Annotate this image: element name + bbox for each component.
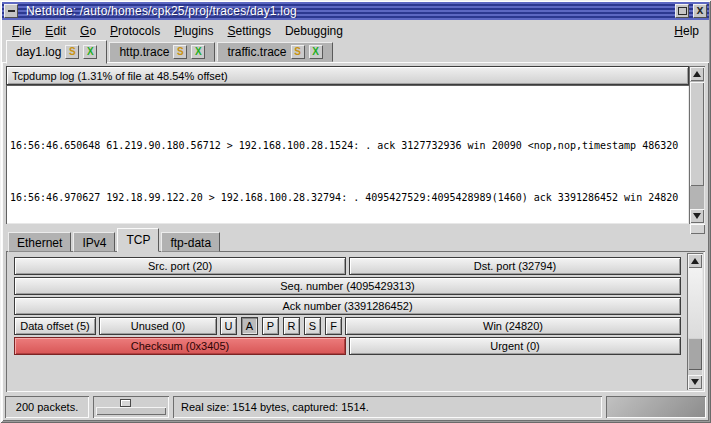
packet-list-scrollbar[interactable] bbox=[689, 66, 705, 224]
trace-tab[interactable]: day1.log S X bbox=[6, 40, 107, 64]
tcp-field-row: Ack number (3391286452) bbox=[14, 297, 681, 315]
tab-close-button[interactable]: X bbox=[309, 45, 323, 59]
field-ack-number[interactable]: Ack number (3391286452) bbox=[14, 297, 681, 315]
column-header-tcpdump-log[interactable]: Tcpdump log (1.31% of file at 48.54% off… bbox=[6, 66, 689, 85]
protocol-tab[interactable]: Ethernet bbox=[8, 232, 71, 252]
menu-item[interactable]: File bbox=[12, 24, 31, 38]
status-size-info: Real size: 1514 bytes, captured: 1514. bbox=[173, 396, 602, 418]
menu-bar: File Edit Go Protocols Plugins Settings … bbox=[2, 21, 709, 40]
maximize-icon bbox=[678, 7, 687, 15]
menu-item[interactable]: Protocols bbox=[110, 24, 160, 38]
scroll-down-button[interactable] bbox=[690, 209, 704, 223]
field-unused[interactable]: Unused (0) bbox=[99, 317, 217, 335]
window-menu-icon bbox=[8, 10, 15, 12]
trace-tab-label: day1.log bbox=[16, 45, 61, 59]
slider-trough[interactable] bbox=[96, 407, 166, 415]
status-packet-count: 200 packets. bbox=[5, 396, 89, 418]
zoom-slider[interactable] bbox=[93, 396, 169, 418]
tcp-fields: Src. port (20) Dst. port (32794) Seq. nu… bbox=[8, 253, 687, 390]
field-window[interactable]: Win (24820) bbox=[345, 317, 681, 335]
menu-item[interactable]: Go bbox=[80, 24, 96, 38]
tab-save-button[interactable]: S bbox=[65, 45, 79, 59]
decode-panel: Src. port (20) Dst. port (32794) Seq. nu… bbox=[6, 251, 705, 392]
decode-scrollbar[interactable] bbox=[687, 253, 703, 390]
pane-resize-grip[interactable] bbox=[690, 224, 705, 234]
status-bar: 200 packets. Real size: 1514 bytes, capt… bbox=[3, 394, 708, 420]
tab-save-button[interactable]: S bbox=[173, 45, 187, 59]
trace-tab-label: http.trace bbox=[119, 45, 169, 59]
field-data-offset[interactable]: Data offset (5) bbox=[14, 317, 96, 335]
field-checksum[interactable]: Checksum (0x3405) bbox=[14, 337, 346, 355]
flag-button[interactable]: P bbox=[262, 317, 279, 335]
tab-close-button[interactable]: X bbox=[191, 45, 205, 59]
trace-tab-label: traffic.trace bbox=[227, 45, 286, 59]
arrow-up-icon bbox=[691, 258, 699, 264]
scroll-up-button[interactable] bbox=[690, 67, 704, 81]
close-button[interactable]: X bbox=[693, 4, 707, 18]
menu-item[interactable]: Plugins bbox=[174, 24, 213, 38]
tab-close-button[interactable]: X bbox=[83, 45, 97, 59]
flag-button[interactable]: U bbox=[220, 317, 237, 335]
packet-list-frame: Tcpdump log (1.31% of file at 48.54% off… bbox=[6, 66, 705, 224]
trace-tab-bar: day1.log S X http.trace S X traffic.trac… bbox=[2, 39, 709, 63]
close-icon: X bbox=[697, 7, 704, 16]
flag-button[interactable]: R bbox=[283, 317, 300, 335]
maximize-button[interactable] bbox=[675, 4, 689, 18]
menu-item-help[interactable]: Help bbox=[674, 24, 699, 38]
arrow-down-icon bbox=[693, 213, 701, 219]
scrollbar-thumb[interactable] bbox=[690, 82, 704, 186]
tcp-field-row: Checksum (0x3405) Urgent (0) bbox=[14, 337, 681, 355]
field-seq-number[interactable]: Seq. number (4095429313) bbox=[14, 277, 681, 295]
netdude-window: Netdude: /auto/homes/cpk25/proj/traces/d… bbox=[0, 0, 711, 423]
tcp-field-row: Seq. number (4095429313) bbox=[14, 277, 681, 295]
scroll-down-button[interactable] bbox=[688, 375, 702, 389]
trace-tab[interactable]: http.trace S X bbox=[109, 42, 215, 62]
tcp-field-row: Data offset (5) Unused (0) U A P R bbox=[14, 317, 681, 335]
scrollbar-thumb[interactable] bbox=[688, 338, 702, 370]
field-src-port[interactable]: Src. port (20) bbox=[14, 257, 346, 275]
packet-row[interactable]: 16:56:46.650648 61.219.90.180.56712 > 19… bbox=[6, 139, 689, 152]
menu-item[interactable]: Edit bbox=[45, 24, 66, 38]
slider-handle[interactable] bbox=[120, 399, 131, 407]
trace-tab[interactable]: traffic.trace S X bbox=[217, 42, 332, 62]
trace-page: Tcpdump log (1.31% of file at 48.54% off… bbox=[2, 62, 709, 421]
field-dst-port[interactable]: Dst. port (32794) bbox=[349, 257, 681, 275]
scroll-up-button[interactable] bbox=[688, 254, 702, 268]
arrow-up-icon bbox=[693, 71, 701, 77]
menu-item[interactable]: Settings bbox=[228, 24, 271, 38]
arrow-down-icon bbox=[691, 379, 699, 385]
protocol-tab-bar: Ethernet IPv4 TCP ftp-data bbox=[8, 228, 220, 252]
field-urgent[interactable]: Urgent (0) bbox=[349, 337, 681, 355]
tab-save-button[interactable]: S bbox=[291, 45, 305, 59]
protocol-tab[interactable]: IPv4 bbox=[73, 232, 115, 252]
flag-button[interactable]: S bbox=[304, 317, 321, 335]
flag-button[interactable]: A bbox=[241, 317, 258, 335]
window-titlebar[interactable]: Netdude: /auto/homes/cpk25/proj/traces/d… bbox=[2, 2, 709, 20]
tcp-flags: U A P R S F bbox=[220, 317, 342, 335]
window-menu-button[interactable] bbox=[4, 4, 18, 18]
packet-row[interactable]: 16:56:46.970627 192.18.99.122.20 > 192.1… bbox=[6, 191, 689, 204]
tcp-field-row: Src. port (20) Dst. port (32794) bbox=[14, 257, 681, 275]
protocol-tab[interactable]: ftp-data bbox=[161, 232, 220, 252]
menu-item[interactable]: Debugging bbox=[285, 24, 343, 38]
window-title: Netdude: /auto/homes/cpk25/proj/traces/d… bbox=[22, 4, 671, 18]
protocol-tab[interactable]: TCP bbox=[117, 228, 159, 252]
packet-list[interactable]: 16:56:46.650648 61.219.90.180.56712 > 19… bbox=[6, 85, 689, 224]
flag-button[interactable]: F bbox=[325, 317, 342, 335]
progress-bar bbox=[606, 396, 706, 418]
